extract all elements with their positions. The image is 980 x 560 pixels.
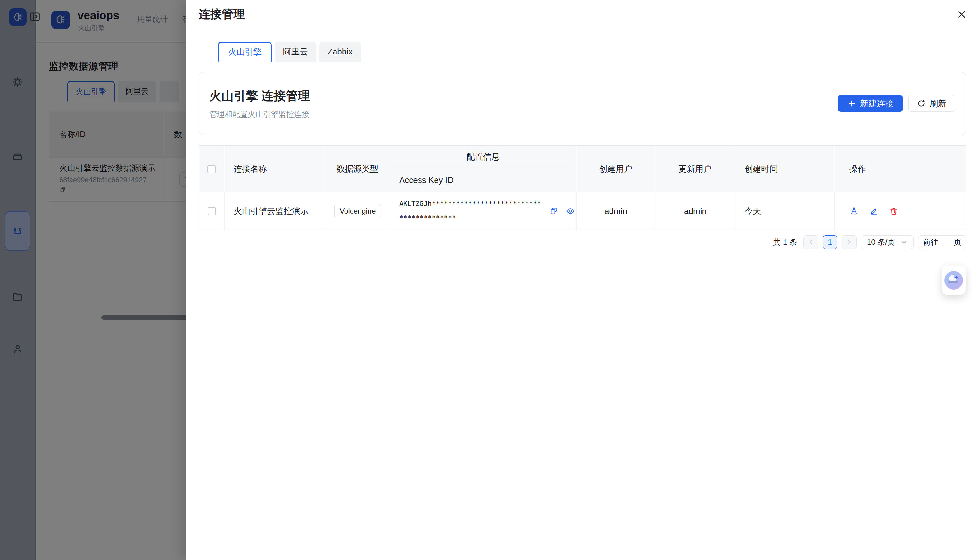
drawer-tabs: 火山引擎 阿里云 Zabbix (199, 42, 966, 62)
chevron-down-icon (900, 238, 908, 246)
col-type: 数据源类型 (325, 146, 390, 192)
col-created-at: 创建时间 (735, 146, 835, 192)
connections-table: 连接名称 数据源类型 配置信息 Access Key ID 创建用户 更新用户 … (199, 145, 966, 230)
platform-illustration (948, 281, 958, 283)
table-header: 连接名称 数据源类型 配置信息 Access Key ID 创建用户 更新用户 … (199, 146, 966, 192)
sparkle-star-icon (953, 275, 959, 281)
plus-icon (847, 99, 856, 108)
col-creator: 创建用户 (577, 146, 655, 192)
page-size-select[interactable]: 10 条/页 (861, 235, 914, 249)
col-config: 配置信息 (390, 146, 576, 168)
drawer-title: 连接管理 (199, 7, 245, 22)
tab-zabbix[interactable]: Zabbix (319, 42, 361, 62)
ai-assistant-fab[interactable] (942, 266, 966, 295)
page-1-button[interactable]: 1 (823, 235, 837, 249)
row-checkbox[interactable] (208, 207, 216, 215)
panel-subtitle: 管理和配置火山引擎监控连接 (209, 109, 310, 120)
col-updater: 更新用户 (655, 146, 735, 192)
chevron-left-icon (807, 239, 814, 246)
row-created-at: 今天 (735, 192, 835, 230)
select-all-checkbox[interactable] (207, 165, 216, 173)
show-key-eye-icon[interactable] (566, 206, 575, 216)
assistant-illustration (945, 271, 963, 290)
tab-aliyun[interactable]: 阿里云 (275, 42, 316, 62)
next-page-button[interactable] (842, 235, 857, 249)
chevron-right-icon (846, 239, 853, 246)
col-access-key-id: Access Key ID (390, 168, 576, 192)
row-type-tag: Volcengine (334, 204, 382, 218)
row-access-key-masked: AKLTZGJh********************************… (399, 197, 542, 225)
screen: veaiops 火山引擎 用量统计 智 监控数据源管理 火山引擎 阿里云 名称/… (0, 0, 980, 560)
copy-key-icon[interactable] (549, 206, 558, 216)
row-name: 火山引擎云监控演示 (225, 192, 325, 230)
pagination-total: 共 1 条 (773, 237, 797, 247)
drawer-header: 连接管理 (186, 0, 980, 29)
create-connection-button[interactable]: 新建连接 (838, 95, 903, 112)
prev-page-button[interactable] (803, 235, 818, 249)
close-icon[interactable] (955, 8, 968, 21)
jump-suffix: 页 (954, 237, 962, 247)
refresh-icon (917, 99, 926, 108)
tab-volcengine[interactable]: 火山引擎 (218, 42, 272, 62)
pagination: 共 1 条 1 10 条/页 前往 页 (186, 235, 966, 249)
row-updater: admin (655, 192, 735, 230)
col-name: 连接名称 (225, 146, 325, 192)
delete-trash-icon[interactable] (889, 206, 898, 216)
panel-header-card: 火山引擎 连接管理 管理和配置火山引擎监控连接 新建连接 刷新 (199, 72, 966, 135)
connection-drawer: 连接管理 火山引擎 阿里云 Zabbix 火山引擎 连接管理 管理和配置火山引擎… (186, 0, 980, 560)
edit-pencil-icon[interactable] (869, 206, 879, 216)
refresh-button[interactable]: 刷新 (908, 95, 955, 112)
table-row: 火山引擎云监控演示 Volcengine AKLTZGJh***********… (199, 192, 966, 230)
col-actions: 操作 (835, 146, 966, 192)
row-creator: admin (577, 192, 655, 230)
panel-title: 火山引擎 连接管理 (209, 88, 310, 104)
jump-prefix: 前往 (923, 237, 938, 247)
col-config-group: 配置信息 Access Key ID (390, 146, 577, 192)
page-jumper: 前往 页 (918, 235, 966, 249)
page-jump-input[interactable] (939, 238, 953, 247)
test-connection-flask-icon[interactable] (849, 206, 859, 216)
